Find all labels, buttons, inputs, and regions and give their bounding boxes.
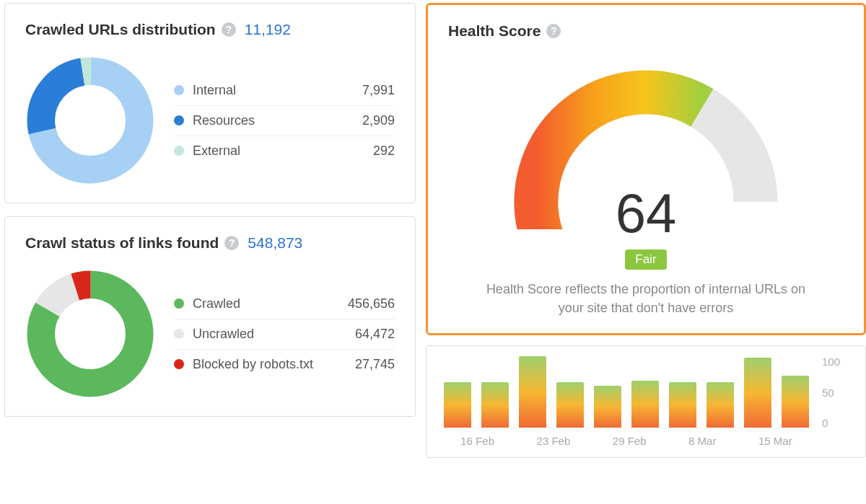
legend-row[interactable]: External292 xyxy=(174,136,395,166)
history-x-axis: 16 Feb23 Feb29 Feb8 Mar15 Mar xyxy=(439,431,813,450)
health-score-value: 64 xyxy=(616,186,677,241)
x-tick: 16 Feb xyxy=(460,435,494,447)
crawled-urls-legend: Internal7,991Resources2,909External292 xyxy=(174,76,395,166)
legend-value: 27,745 xyxy=(355,357,395,372)
panel-header: Crawled URLs distribution ? 11,192 xyxy=(25,21,395,38)
legend-swatch xyxy=(174,359,184,369)
history-bar[interactable] xyxy=(707,382,734,428)
health-history-panel: 16 Feb23 Feb29 Feb8 Mar15 Mar 100 50 0 xyxy=(426,345,866,458)
legend-row[interactable]: Blocked by robots.txt27,745 xyxy=(174,350,395,379)
legend-value: 292 xyxy=(373,143,395,159)
legend-swatch xyxy=(174,299,184,309)
y-tick: 0 xyxy=(822,417,852,428)
legend-label: Uncrawled xyxy=(193,327,254,342)
panel-header: Health Score ? xyxy=(448,22,844,40)
health-score-description: Health Score reflects the proportion of … xyxy=(480,280,812,317)
legend-label: Blocked by robots.txt xyxy=(193,357,313,372)
history-y-axis: 100 50 0 xyxy=(822,356,852,450)
legend-swatch xyxy=(174,85,184,95)
history-bar[interactable] xyxy=(556,382,584,428)
history-bar[interactable] xyxy=(782,376,809,428)
legend-label: Resources xyxy=(193,113,255,128)
legend-row[interactable]: Internal7,991 xyxy=(174,76,395,106)
x-tick: 15 Mar xyxy=(758,435,792,447)
legend-swatch xyxy=(174,146,184,156)
panel-title: Crawl status of links found xyxy=(25,234,219,252)
svg-point-5 xyxy=(41,285,139,383)
history-bar[interactable] xyxy=(481,382,509,428)
legend-row[interactable]: Crawled456,656 xyxy=(174,289,395,319)
panel-header: Crawl status of links found ? 548,873 xyxy=(25,234,395,252)
history-bars xyxy=(439,356,813,428)
history-bar[interactable] xyxy=(744,358,771,428)
history-bar[interactable] xyxy=(444,382,471,428)
legend-label: Crawled xyxy=(193,296,240,311)
legend-swatch xyxy=(174,115,184,125)
x-tick: 29 Feb xyxy=(613,435,647,447)
legend-value: 2,909 xyxy=(362,113,395,128)
health-score-panel: Health Score ? xyxy=(426,3,866,335)
x-tick: 23 Feb xyxy=(537,435,571,447)
legend-swatch xyxy=(174,329,184,339)
x-tick: 8 Mar xyxy=(688,435,716,447)
panel-total[interactable]: 11,192 xyxy=(245,21,291,38)
panel-title: Health Score xyxy=(448,22,541,40)
legend-value: 7,991 xyxy=(362,83,395,98)
legend-row[interactable]: Resources2,909 xyxy=(174,106,395,136)
help-icon[interactable]: ? xyxy=(222,22,236,37)
panel-title: Crawled URLs distribution xyxy=(25,21,216,38)
y-tick: 50 xyxy=(822,387,852,398)
crawled-urls-panel: Crawled URLs distribution ? 11,192 Inter… xyxy=(4,3,416,203)
health-score-badge: Fair xyxy=(625,249,666,270)
legend-value: 456,656 xyxy=(348,296,395,311)
panel-total[interactable]: 548,873 xyxy=(248,234,302,252)
history-bar[interactable] xyxy=(519,356,546,428)
crawled-urls-donut xyxy=(25,56,155,185)
history-bar[interactable] xyxy=(594,386,621,428)
y-tick: 100 xyxy=(822,356,852,367)
history-bar[interactable] xyxy=(631,381,659,428)
crawl-status-panel: Crawl status of links found ? 548,873 Cr… xyxy=(4,216,416,417)
help-icon[interactable]: ? xyxy=(546,24,561,38)
history-bar[interactable] xyxy=(669,382,696,428)
svg-point-2 xyxy=(41,71,139,169)
legend-row[interactable]: Uncrawled64,472 xyxy=(174,319,395,350)
legend-value: 64,472 xyxy=(355,327,395,342)
help-icon[interactable]: ? xyxy=(224,236,239,250)
crawl-status-donut xyxy=(25,269,155,399)
crawl-status-legend: Crawled456,656Uncrawled64,472Blocked by … xyxy=(174,289,395,379)
legend-label: Internal xyxy=(193,83,236,98)
legend-label: External xyxy=(193,143,240,159)
